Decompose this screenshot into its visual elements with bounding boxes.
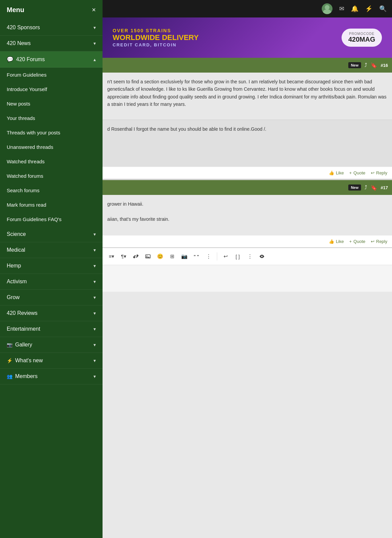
- reply-icon: ↩: [371, 170, 375, 175]
- lightning-icon: ⚡: [7, 358, 12, 363]
- bb-code-icon[interactable]: [ ]: [233, 251, 243, 261]
- close-button[interactable]: ×: [92, 6, 96, 14]
- sidebar-item-members[interactable]: 👥 Members ▾: [0, 369, 103, 384]
- sidebar-item-new-posts[interactable]: New posts: [0, 96, 103, 111]
- sidebar-item-medical[interactable]: Medical ▾: [0, 242, 103, 258]
- thumbs-up-icon: 👍: [329, 170, 334, 175]
- reply-button-17[interactable]: ↩ Reply: [371, 239, 387, 244]
- sidebar-item-watched-forums[interactable]: Watched forums: [0, 169, 103, 183]
- gallery-icon: 📷: [7, 342, 12, 347]
- link-icon[interactable]: [131, 251, 141, 261]
- post-17-actions: 👍 Like + Quote ↩ Reply: [103, 235, 392, 247]
- preview-icon[interactable]: [257, 251, 267, 261]
- banner-sub-text: CREDIT CARD, BITCOIN: [113, 42, 199, 47]
- sidebar-item-unanswered-threads[interactable]: Unanswered threads: [0, 140, 103, 154]
- post-16: New ⤴ 🔖 #16 n't seem to find a section e…: [103, 58, 392, 179]
- sidebar-item-threads-with-posts[interactable]: Threads with your posts: [0, 125, 103, 140]
- sidebar-item-introduce-yourself[interactable]: Introduce Yourself: [0, 82, 103, 96]
- reply-button-16[interactable]: ↩ Reply: [371, 170, 387, 175]
- like-button-17[interactable]: 👍 Like: [329, 239, 344, 244]
- sidebar-item-science[interactable]: Science ▾: [0, 226, 103, 242]
- sidebar-item-forums[interactable]: 💬 420 Forums ▴: [0, 51, 103, 68]
- chevron-down-icon: ▾: [93, 311, 96, 316]
- chevron-down-icon: ▾: [93, 247, 96, 253]
- editor-area[interactable]: [103, 265, 392, 292]
- search-icon[interactable]: 🔍: [379, 5, 387, 12]
- forums-icon: 💬: [7, 56, 13, 63]
- chevron-down-icon: ▾: [93, 326, 96, 332]
- sidebar-item-watched-threads[interactable]: Watched threads: [0, 154, 103, 169]
- banner-promo-label: PROMOCODE: [348, 32, 375, 36]
- sidebar-item-activism[interactable]: Activism ▾: [0, 274, 103, 290]
- sidebar-item-sponsors[interactable]: 420 Sponsors ▾: [0, 20, 103, 36]
- svg-point-0: [325, 5, 329, 10]
- banner-main-text: WORLDWIDE DELIVERY: [113, 33, 199, 42]
- post-17: New ⤴ 🔖 #17 grower in Hawaii. aiian, tha…: [103, 180, 392, 247]
- quote-button-16[interactable]: + Quote: [349, 170, 365, 175]
- post-16-actions: 👍 Like + Quote ↩ Reply: [103, 167, 392, 179]
- editor-toolbar: ≡▾ ¶▾ 😊 ⊞ 📷 " " ⋮ ↩ [ ] ⋮: [103, 247, 392, 265]
- banner-strains-text: OVER 1500 STRAINS: [113, 28, 199, 33]
- sidebar-header: Menu ×: [0, 0, 103, 20]
- chevron-down-icon: ▾: [93, 232, 96, 237]
- banner-promo-code: 420MAG: [348, 36, 375, 43]
- share-icon-17[interactable]: ⤴: [364, 184, 367, 191]
- sidebar: Menu × 420 Sponsors ▾ 420 News ▾ 💬 420 F…: [0, 0, 103, 538]
- svg-point-1: [323, 9, 331, 14]
- banner-ad: OVER 1500 STRAINS WORLDWIDE DELIVERY CRE…: [103, 17, 392, 58]
- members-icon: 👥: [7, 374, 12, 379]
- sidebar-item-whats-new[interactable]: ⚡ What's new ▾: [0, 353, 103, 369]
- bookmark-icon[interactable]: 🔖: [370, 62, 377, 69]
- sidebar-item-entertainment[interactable]: Entertainment ▾: [0, 321, 103, 337]
- post-17-header: New ⤴ 🔖 #17: [103, 180, 392, 195]
- undo-icon[interactable]: ↩: [221, 251, 231, 261]
- camera-icon[interactable]: 📷: [179, 251, 189, 261]
- post-16-header: New ⤴ 🔖 #16: [103, 58, 392, 73]
- menu-title: Menu: [7, 6, 24, 14]
- bell-icon[interactable]: 🔔: [351, 5, 358, 12]
- emoji-icon[interactable]: 😊: [155, 251, 165, 261]
- sidebar-item-news[interactable]: 420 News ▾: [0, 36, 103, 51]
- quote-button-17[interactable]: + Quote: [349, 239, 365, 244]
- media-icon[interactable]: ⊞: [167, 251, 177, 261]
- main-content: ✉ 🔔 ⚡ 🔍 OVER 1500 STRAINS WORLDWIDE DELI…: [103, 0, 392, 538]
- sidebar-item-grow[interactable]: Grow ▾: [0, 290, 103, 305]
- like-button-16[interactable]: 👍 Like: [329, 170, 344, 175]
- post-17-number: #17: [381, 185, 388, 190]
- chevron-down-icon: ▾: [93, 263, 96, 268]
- sidebar-item-reviews[interactable]: 420 Reviews ▾: [0, 305, 103, 321]
- reply-icon-17: ↩: [371, 239, 375, 244]
- plus-icon-17: +: [349, 239, 352, 244]
- quote-format-icon[interactable]: " ": [191, 251, 201, 261]
- banner-left: OVER 1500 STRAINS WORLDWIDE DELIVERY CRE…: [113, 28, 199, 47]
- bookmark-icon-17[interactable]: 🔖: [370, 184, 377, 191]
- share-icon[interactable]: ⤴: [364, 62, 367, 68]
- sidebar-item-hemp[interactable]: Hemp ▾: [0, 258, 103, 274]
- paragraph-icon[interactable]: ¶▾: [119, 251, 129, 261]
- toolbar-divider: [217, 252, 217, 260]
- chevron-up-icon: ▴: [93, 57, 96, 62]
- mail-icon[interactable]: ✉: [339, 5, 344, 12]
- toolbar-options-icon[interactable]: ⋮: [245, 251, 255, 261]
- lightning-nav-icon[interactable]: ⚡: [365, 5, 373, 12]
- post-16-body: n't seem to find a section exclusively f…: [103, 73, 392, 120]
- post-16-number: #16: [381, 63, 388, 68]
- chevron-down-icon: ▾: [93, 25, 96, 30]
- chevron-down-icon: ▾: [93, 279, 96, 284]
- sidebar-item-forum-guidelines[interactable]: Forum Guidelines: [0, 68, 103, 82]
- top-nav: ✉ 🔔 ⚡ 🔍: [103, 0, 392, 17]
- sidebar-item-your-threads[interactable]: Your threads: [0, 111, 103, 125]
- list-icon[interactable]: ≡▾: [107, 251, 117, 261]
- sidebar-item-gallery[interactable]: 📷 Gallery ▾: [0, 337, 103, 353]
- image-icon[interactable]: [143, 251, 153, 261]
- more-options-icon[interactable]: ⋮: [203, 251, 213, 261]
- sidebar-item-mark-forums-read[interactable]: Mark forums read: [0, 198, 103, 212]
- svg-point-4: [261, 256, 263, 257]
- thumbs-up-icon-17: 👍: [329, 239, 334, 244]
- avatar[interactable]: [322, 3, 332, 14]
- post-16-extra-body: d Rosenthal I forgot the name but you sh…: [103, 120, 392, 167]
- chevron-down-icon: ▾: [93, 358, 96, 363]
- plus-icon: +: [349, 170, 352, 175]
- sidebar-item-search-forums[interactable]: Search forums: [0, 183, 103, 198]
- sidebar-item-forum-faq[interactable]: Forum Guidelines FAQ's: [0, 212, 103, 226]
